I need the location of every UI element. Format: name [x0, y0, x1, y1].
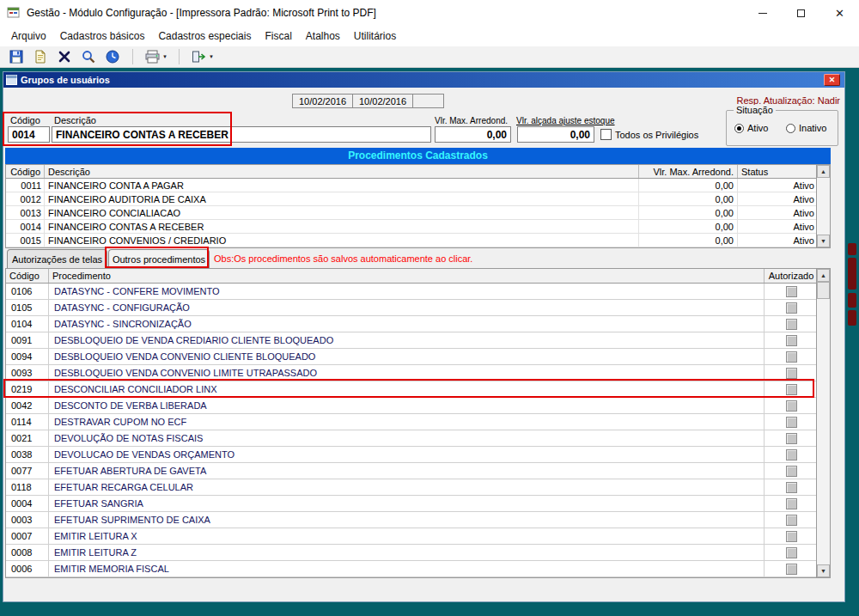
procedimento-row[interactable]: 0011FINANCEIRO CONTA A PAGAR0,00Ativo — [6, 179, 830, 192]
radio-ativo[interactable]: Ativo — [734, 123, 768, 133]
procedure-row[interactable]: 0094DESBLOQUEIO VENDA CONVENIO CLIENTE B… — [6, 349, 830, 365]
about-icon — [105, 49, 120, 64]
autorizado-checkbox[interactable] — [786, 286, 797, 297]
procedure-row[interactable]: 0003EFETUAR SUPRIMENTO DE CAIXA — [6, 512, 830, 528]
procedure-row[interactable]: 0042DESCONTO DE VERBA LIBERADA — [6, 398, 830, 414]
procedure-row[interactable]: 0007EMITIR LEITURA X — [6, 528, 830, 545]
procedure-row[interactable]: 0008EMITIR LEITURA Z — [6, 545, 830, 561]
delete-button[interactable] — [53, 47, 76, 66]
menu-item-fiscal[interactable]: Fiscal — [258, 27, 298, 46]
tab-autorizacoes-de-telas[interactable]: Autorizações de telas — [7, 249, 107, 268]
autorizado-checkbox[interactable] — [786, 384, 797, 395]
codigo-field[interactable]: 0014 — [8, 126, 50, 143]
menu-item-utilitários[interactable]: Utilitários — [347, 27, 403, 46]
about-button[interactable] — [101, 47, 124, 66]
maximize-button[interactable] — [782, 0, 820, 26]
todos-privilegios-label: Todos os Privilégios — [615, 130, 698, 140]
autorizado-checkbox[interactable] — [786, 498, 797, 509]
window-title: Gestão - Módulo Configuração - [Impresso… — [27, 7, 376, 19]
autorizado-checkbox[interactable] — [786, 319, 797, 330]
close-icon: ✕ — [835, 8, 844, 19]
grid1-scrollbar[interactable]: ▲ ▼ — [816, 165, 830, 247]
scroll-up-icon[interactable]: ▲ — [817, 165, 830, 178]
procedure-row[interactable]: 0021DEVOLUÇÃO DE NOTAS FISCAIS — [6, 430, 830, 447]
notes-icon — [33, 49, 48, 64]
procedure-row[interactable]: 0118EFETUAR RECARGA CELULAR — [6, 479, 830, 496]
exit-icon — [191, 49, 207, 64]
procedure-row[interactable]: 0105DATASYNC - CONFIGURAÇÃO — [6, 300, 830, 316]
autorizado-checkbox[interactable] — [786, 547, 797, 558]
scroll-down-icon[interactable]: ▼ — [817, 235, 830, 247]
toolbar-separator — [179, 49, 180, 64]
vlr-max-field[interactable]: 0,00 — [435, 126, 511, 143]
scroll-thumb[interactable] — [817, 282, 830, 299]
radio-ativo-label: Ativo — [747, 123, 768, 133]
window-controls: ✕ — [743, 0, 859, 26]
date-updated-field: 10/02/2016 — [352, 94, 413, 108]
todos-privilegios-checkbox[interactable] — [600, 129, 612, 140]
vlr-alcada-field[interactable]: 0,00 — [517, 126, 594, 143]
autorizado-checkbox[interactable] — [786, 400, 797, 412]
minimize-button[interactable] — [743, 0, 782, 26]
autorizado-checkbox[interactable] — [786, 417, 797, 428]
procedure-row[interactable]: 0104DATASYNC - SINCRONIZAÇÃO — [6, 316, 830, 332]
autorizado-checkbox[interactable] — [786, 449, 797, 460]
procedimento-row[interactable]: 0014FINANCEIRO CONTAS A RECEBER0,00Ativo — [6, 220, 830, 234]
procedure-row-highlighted[interactable]: 0219DESCONCILIAR CONCILIADOR LINX — [6, 381, 830, 398]
menu-item-atalhos[interactable]: Atalhos — [299, 27, 347, 46]
grid2-rows: 0106DATASYNC - CONFERE MOVIMENTO0105DATA… — [6, 284, 830, 577]
procedure-row[interactable]: 0114DESTRAVAR CUPOM NO ECF — [6, 414, 830, 430]
menu-item-cadastros-especiais[interactable]: Cadastros especiais — [151, 27, 258, 46]
date-extra-field — [412, 94, 444, 108]
procedure-row[interactable]: 0004EFETUAR SANGRIA — [6, 496, 830, 512]
radio-inativo-label: Inativo — [799, 123, 826, 133]
autorizado-checkbox[interactable] — [786, 515, 797, 526]
autorizado-checkbox[interactable] — [786, 351, 797, 363]
tab-outros-procedimentos[interactable]: Outros procedimentos — [108, 249, 210, 268]
dialog-titlebar[interactable]: Grupos de usuários ✕ — [3, 72, 844, 88]
autorizado-checkbox[interactable] — [786, 466, 797, 477]
print-dropdown-caret-icon: ▼ — [162, 54, 168, 59]
autorizado-checkbox[interactable] — [786, 531, 797, 542]
procedure-row[interactable]: 0093DESBLOQUEIO VENDA CONVENIO LIMITE UT… — [6, 365, 830, 381]
procedimento-row[interactable]: 0013FINANCEIRO CONCIALIACAO0,00Ativo — [6, 206, 830, 220]
grid1-col-vlr: Vlr. Max. Arredond. — [639, 165, 738, 178]
menu-item-arquivo[interactable]: Arquivo — [4, 27, 53, 46]
descricao-field[interactable]: FINANCEIRO CONTAS A RECEBER — [52, 126, 431, 143]
autorizado-checkbox[interactable] — [786, 433, 797, 444]
edge-scroll-mark — [848, 293, 856, 308]
autorizado-checkbox[interactable] — [786, 302, 797, 314]
minimize-icon — [758, 13, 767, 14]
search-button[interactable] — [77, 47, 100, 66]
grid1-col-status: Status — [738, 165, 818, 178]
grid2-scrollbar[interactable]: ▲ ▼ — [816, 269, 830, 577]
autorizado-checkbox[interactable] — [786, 368, 797, 379]
close-button[interactable]: ✕ — [820, 0, 859, 26]
procedure-row[interactable]: 0091DESBLOQUEIO DE VENDA CREDIARIO CLIEN… — [6, 332, 830, 349]
obs-text: Obs:Os procedimentos são salvos automati… — [214, 253, 472, 264]
autorizado-checkbox[interactable] — [786, 335, 797, 346]
exit-button[interactable]: ▼ — [188, 47, 216, 66]
print-button[interactable]: ▼ — [142, 47, 170, 66]
notes-button[interactable] — [29, 47, 52, 66]
radio-inativo-icon — [786, 124, 795, 133]
descricao-label: Descrição — [54, 115, 96, 125]
procedure-row[interactable]: 0038DEVOLUCAO DE VENDAS ORÇAMENTO — [6, 447, 830, 463]
autorizado-checkbox[interactable] — [786, 564, 797, 575]
toolbar: ▼ ▼ — [0, 46, 859, 68]
scroll-up-icon[interactable]: ▲ — [817, 269, 830, 282]
dialog-close-button[interactable]: ✕ — [824, 74, 840, 86]
grid2-header: Código Procedimento Autorizado — [6, 269, 830, 284]
radio-inativo[interactable]: Inativo — [786, 123, 826, 133]
save-button[interactable] — [5, 47, 27, 66]
procedimento-row[interactable]: 0015FINANCEIRO CONVENIOS / CREDIARIO0,00… — [6, 234, 830, 247]
procedimento-row[interactable]: 0012FINANCEIRO AUDITORIA DE CAIXA0,00Ati… — [6, 192, 830, 206]
scroll-down-icon[interactable]: ▼ — [817, 564, 830, 577]
procedure-row[interactable]: 0106DATASYNC - CONFERE MOVIMENTO — [6, 284, 830, 300]
autorizado-checkbox[interactable] — [786, 482, 797, 493]
menu-bar: ArquivoCadastros básicosCadastros especi… — [0, 26, 859, 46]
procedure-row[interactable]: 0077EFETUAR ABERTURA DE GAVETA — [6, 463, 830, 479]
menu-item-cadastros-básicos[interactable]: Cadastros básicos — [53, 27, 152, 46]
procedure-row[interactable]: 0006EMITIR MEMORIA FISCAL — [6, 561, 830, 577]
procedimentos-grid: Código Descrição Vlr. Max. Arredond. Sta… — [5, 164, 831, 248]
